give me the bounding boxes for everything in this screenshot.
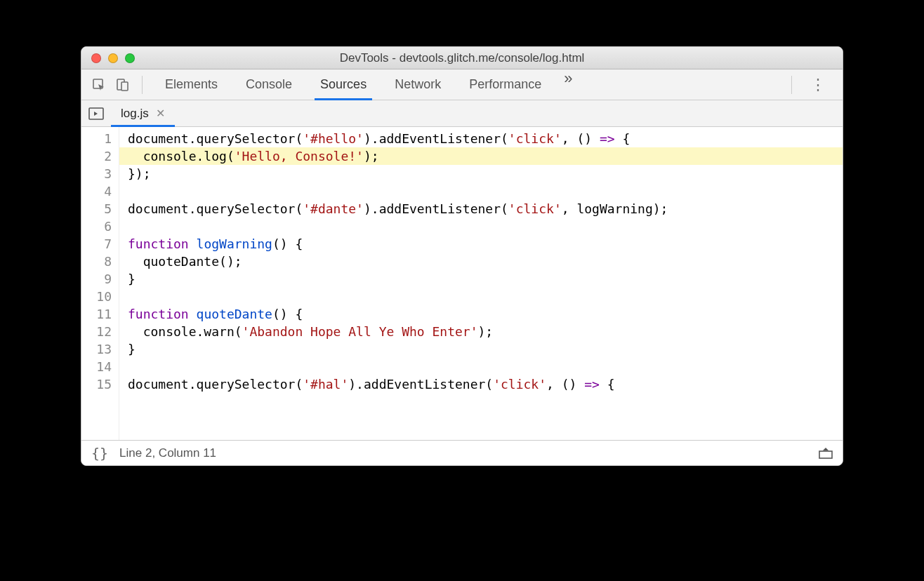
sources-tabstrip: log.js ✕ [81, 100, 843, 127]
inspect-element-icon[interactable] [88, 74, 110, 95]
code-line[interactable] [128, 218, 843, 235]
code-line[interactable]: console.log('Hello, Console!'); [119, 147, 843, 165]
tab-label: Network [395, 77, 441, 92]
zoom-window-button[interactable] [125, 53, 135, 63]
line-number[interactable]: 10 [81, 288, 112, 305]
tab-performance[interactable]: Performance [455, 69, 555, 100]
tab-label: Performance [469, 77, 541, 92]
tab-label: Sources [320, 77, 367, 92]
devtools-toolbar: Elements Console Sources Network Perform… [81, 69, 843, 100]
code-line[interactable]: document.querySelector('#hal').addEventL… [128, 375, 843, 393]
window-titlebar[interactable]: DevTools - devtools.glitch.me/console/lo… [81, 47, 843, 69]
line-number[interactable]: 1 [81, 130, 112, 147]
line-number[interactable]: 9 [81, 270, 112, 288]
minimize-window-button[interactable] [108, 53, 118, 63]
code-line[interactable]: console.warn('Abandon Hope All Ye Who En… [128, 323, 843, 340]
tab-console[interactable]: Console [232, 69, 306, 100]
pretty-print-icon[interactable]: {} [91, 445, 108, 462]
svg-rect-4 [819, 451, 832, 458]
settings-menu-icon[interactable]: ⋮ [800, 76, 836, 94]
line-number[interactable]: 8 [81, 253, 112, 270]
tab-sources[interactable]: Sources [306, 69, 381, 100]
code-line[interactable]: } [128, 270, 843, 288]
show-navigator-icon[interactable] [81, 107, 111, 120]
code-line[interactable] [128, 358, 843, 375]
file-tab-logjs[interactable]: log.js ✕ [111, 100, 175, 126]
line-number[interactable]: 3 [81, 165, 112, 182]
file-tab-label: log.js [121, 107, 149, 121]
device-toolbar-icon[interactable] [112, 74, 133, 95]
line-number[interactable]: 12 [81, 323, 112, 340]
code-line[interactable] [128, 288, 843, 305]
traffic-lights [81, 53, 135, 63]
line-number[interactable]: 11 [81, 305, 112, 323]
code-line[interactable]: document.querySelector('#dante').addEven… [128, 200, 843, 218]
line-number[interactable]: 4 [81, 182, 112, 200]
code-line[interactable]: } [128, 340, 843, 358]
code-line[interactable]: function logWarning() { [128, 235, 843, 253]
line-number[interactable]: 14 [81, 358, 112, 375]
toolbar-separator [791, 76, 792, 94]
tab-network[interactable]: Network [381, 69, 455, 100]
close-tab-icon[interactable]: ✕ [156, 107, 165, 120]
panel-tabs: Elements Console Sources Network Perform… [151, 69, 783, 100]
cursor-position: Line 2, Column 11 [119, 446, 216, 460]
devtools-window: DevTools - devtools.glitch.me/console/lo… [81, 46, 843, 466]
code-editor[interactable]: 123456789101112131415 document.querySele… [81, 127, 843, 440]
close-window-button[interactable] [91, 53, 101, 63]
line-number[interactable]: 7 [81, 235, 112, 253]
window-title: DevTools - devtools.glitch.me/console/lo… [81, 51, 843, 65]
code-area[interactable]: document.querySelector('#hello').addEven… [119, 127, 843, 440]
line-number[interactable]: 6 [81, 218, 112, 235]
code-line[interactable]: function quoteDante() { [128, 305, 843, 323]
code-line[interactable]: }); [128, 165, 843, 182]
svg-rect-2 [121, 82, 128, 91]
code-line[interactable]: quoteDante(); [128, 253, 843, 270]
code-line[interactable] [128, 182, 843, 200]
line-number[interactable]: 15 [81, 375, 112, 393]
more-tabs-icon[interactable]: » [555, 69, 581, 100]
show-console-drawer-icon[interactable] [819, 448, 833, 459]
line-number[interactable]: 5 [81, 200, 112, 218]
code-line[interactable]: document.querySelector('#hello').addEven… [128, 130, 843, 147]
line-gutter: 123456789101112131415 [81, 127, 119, 440]
toolbar-separator [142, 76, 143, 94]
tab-label: Console [246, 77, 292, 92]
line-number[interactable]: 13 [81, 340, 112, 358]
tab-label: Elements [165, 77, 218, 92]
status-bar: {} Line 2, Column 11 [81, 440, 843, 465]
line-number[interactable]: 2 [81, 147, 112, 165]
tab-elements[interactable]: Elements [151, 69, 232, 100]
